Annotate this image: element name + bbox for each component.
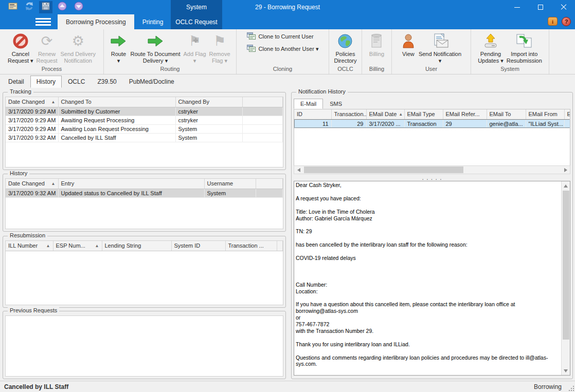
status-bar: Cancelled by ILL Staff Borrowing <box>0 381 575 392</box>
tab-oclc-request[interactable]: OCLC Request <box>171 14 222 29</box>
email-preview: Dear Cash Stryker, A request you have pl… <box>294 181 570 376</box>
clone-icon <box>247 45 256 53</box>
tab-borrowing-processing[interactable]: Borrowing Processing <box>58 14 134 29</box>
save-button[interactable] <box>39 1 52 13</box>
column-header[interactable]: EMail From <box>526 109 564 119</box>
billing-button[interactable]: Billing <box>368 30 386 59</box>
history-header-row: Date Changed▲ Entry Username <box>6 179 283 189</box>
history-title: History <box>8 170 29 176</box>
cancel-icon <box>12 31 29 51</box>
scroll-down-arrow[interactable] <box>562 366 570 375</box>
column-header[interactable]: Date Changed▲ <box>6 97 58 107</box>
column-header[interactable]: Transaction ... <box>225 241 277 251</box>
clone-icon <box>247 32 256 41</box>
email-vertical-scrollbar[interactable] <box>561 181 570 375</box>
panel-splitter[interactable]: . . . . . <box>293 174 571 181</box>
context-tab-group: System OCLC Request <box>171 0 222 29</box>
tab-oclc[interactable]: OCLC <box>62 76 91 88</box>
close-button[interactable] <box>552 0 575 14</box>
renew-request-button[interactable]: ⟳ RenewRequest <box>35 30 59 65</box>
column-header[interactable]: Date Changed▲ <box>6 179 58 189</box>
import-into-resubmission-button[interactable]: Import intoResubmission <box>505 30 544 65</box>
tab-pubmed-docline[interactable]: PubMed/Docline <box>123 76 181 88</box>
column-header[interactable]: Entry <box>58 179 204 189</box>
column-header[interactable]: System ID <box>171 241 225 251</box>
notification-tabs: E-Mail SMS <box>293 98 571 109</box>
email-body: Dear Cash Stryker, A request you have pl… <box>296 182 560 375</box>
column-header[interactable]: Transaction... <box>331 109 366 119</box>
module-label: Borrowing <box>534 383 562 390</box>
ribbon-group-routing: Route▾ Route To DocumentDelivery ▾ ⚑ Add… <box>104 29 237 74</box>
notification-horizontal-scrollbar[interactable] <box>294 165 570 174</box>
tracking-row[interactable]: 3/17/2020 9:29 AMSubmitted by Customercs… <box>6 107 283 116</box>
tab-z3950[interactable]: Z39.50 <box>91 76 122 88</box>
cancel-request-button[interactable]: CancelRequest ▾ <box>6 30 35 65</box>
scroll-right-arrow[interactable] <box>561 166 570 174</box>
column-header[interactable]: EMail To <box>487 109 526 119</box>
column-header[interactable]: EMail <box>564 109 570 119</box>
quick-access-toolbar <box>6 0 85 14</box>
previous-requests-title: Previous Requests <box>8 307 59 313</box>
scroll-up-button[interactable] <box>56 1 69 13</box>
column-header[interactable]: EMail Type <box>404 109 443 119</box>
refresh-button[interactable] <box>23 1 36 13</box>
maximize-icon <box>538 5 543 10</box>
scrollbar-thumb[interactable] <box>563 191 569 340</box>
pending-updates-button[interactable]: PendingUpdates ▾ <box>476 30 505 65</box>
tracking-row[interactable]: 3/17/2020 9:32 AMCancelled by ILL StaffS… <box>6 133 283 142</box>
transaction-form-button[interactable] <box>6 1 20 13</box>
column-header[interactable]: ESP Num...▲ <box>53 241 102 251</box>
minimize-button[interactable] <box>506 0 529 14</box>
tracking-title: Tracking <box>8 88 33 95</box>
route-button[interactable]: Route▾ <box>108 30 129 65</box>
column-header[interactable]: Username <box>204 179 256 189</box>
scroll-up-arrow[interactable] <box>562 181 570 190</box>
sort-asc-icon: ▲ <box>397 112 403 117</box>
ribbon-group-billing: Billing Billing <box>362 29 392 74</box>
column-header[interactable]: Changed By <box>175 97 242 107</box>
main-content: Detail History OCLC Z39.50 PubMed/Doclin… <box>0 74 575 381</box>
maximize-button[interactable] <box>529 0 552 14</box>
group-label-billing: Billing <box>362 66 391 74</box>
import-documents-icon <box>515 31 533 51</box>
circle-up-icon <box>58 2 67 13</box>
help-icon[interactable]: ? <box>562 17 571 26</box>
view-user-button[interactable]: View <box>400 30 417 59</box>
scrollbar-thumb[interactable] <box>304 166 463 173</box>
previous-requests-groupbox: Previous Requests <box>3 311 286 379</box>
tracking-row[interactable]: 3/17/2020 9:29 AMAwaiting Request Proces… <box>6 116 283 124</box>
remove-flag-button[interactable]: ⚑ RemoveFlag ▾ <box>208 30 232 65</box>
scroll-down-button[interactable] <box>72 1 85 13</box>
send-notification-button[interactable]: Send Notification▾ <box>417 30 463 65</box>
resubmission-groupbox: Resubmission ILL Number▲ ESP Num...▲ Len… <box>3 236 286 308</box>
column-header[interactable]: EMail Date▲ <box>366 109 404 119</box>
tab-detail[interactable]: Detail <box>2 76 30 88</box>
policies-directory-button[interactable]: PoliciesDirectory <box>332 30 358 65</box>
tab-email[interactable]: E-Mail <box>294 99 323 109</box>
column-header[interactable]: ID <box>294 109 331 119</box>
tab-sms[interactable]: SMS <box>323 99 349 109</box>
form-icon <box>8 3 17 12</box>
column-header[interactable]: Lending String <box>102 241 171 251</box>
application-menu-button[interactable] <box>29 14 58 29</box>
sort-asc-icon: ▲ <box>44 244 50 248</box>
history-row[interactable]: 3/17/2020 9:32 AMUpdated status to Cance… <box>6 189 283 197</box>
column-header[interactable]: EMail Refer... <box>443 109 487 119</box>
send-delivery-notification-button[interactable]: ⚙ Send DeliveryNotification <box>59 30 97 65</box>
column-header[interactable]: ILL Number▲ <box>6 241 53 251</box>
tracking-row[interactable]: 3/17/2020 9:29 AMAwaiting Loan Request P… <box>6 124 283 133</box>
ribbon-group-cloning: Clone to Current User Clone to Another U… <box>237 29 329 74</box>
resize-grip[interactable] <box>569 386 574 391</box>
notification-row[interactable]: 11 29 3/17/2020 ... Transaction 29 genie… <box>294 119 570 128</box>
clone-to-current-user-button[interactable]: Clone to Current User <box>247 32 319 41</box>
refresh-icon <box>25 2 34 13</box>
clone-to-another-user-button[interactable]: Clone to Another User ▾ <box>247 45 319 53</box>
scroll-left-arrow[interactable] <box>294 166 303 174</box>
route-to-document-delivery-button[interactable]: Route To DocumentDelivery ▾ <box>129 30 182 65</box>
tab-printing[interactable]: Printing <box>134 14 172 29</box>
info-icon[interactable]: i <box>548 17 558 26</box>
column-header[interactable]: Changed To <box>58 97 175 107</box>
add-flag-button[interactable]: ⚑ Add Flag▾ <box>182 30 208 65</box>
tab-history[interactable]: History <box>30 76 62 88</box>
billing-scroll-icon <box>370 31 383 51</box>
